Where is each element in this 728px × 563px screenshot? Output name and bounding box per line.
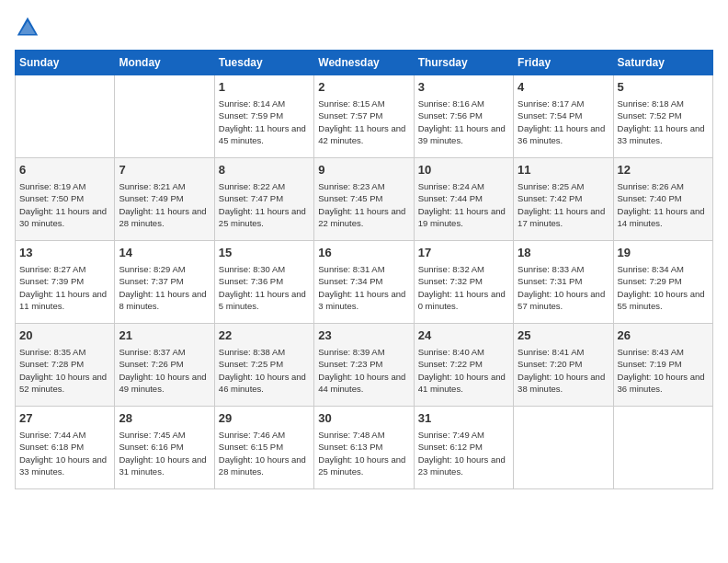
calendar-cell: 31Sunrise: 7:49 AM Sunset: 6:12 PM Dayli… (414, 407, 513, 489)
calendar-week-row: 20Sunrise: 8:35 AM Sunset: 7:28 PM Dayli… (16, 324, 713, 407)
day-number: 1 (219, 79, 310, 96)
cell-content: Sunrise: 8:15 AM Sunset: 7:57 PM Dayligh… (318, 98, 409, 146)
cell-content: Sunrise: 8:30 AM Sunset: 7:36 PM Dayligh… (219, 263, 310, 312)
day-number: 7 (119, 162, 210, 178)
calendar-cell: 10Sunrise: 8:24 AM Sunset: 7:44 PM Dayli… (414, 158, 513, 241)
calendar-cell: 5Sunrise: 8:18 AM Sunset: 7:52 PM Daylig… (613, 75, 712, 158)
calendar-cell: 11Sunrise: 8:25 AM Sunset: 7:42 PM Dayli… (514, 158, 613, 241)
calendar-cell: 3Sunrise: 8:16 AM Sunset: 7:56 PM Daylig… (414, 75, 513, 158)
day-number: 23 (318, 327, 409, 344)
calendar-cell: 19Sunrise: 8:34 AM Sunset: 7:29 PM Dayli… (613, 241, 712, 324)
cell-content: Sunrise: 8:18 AM Sunset: 7:52 PM Dayligh… (618, 98, 709, 146)
cell-content: Sunrise: 8:33 AM Sunset: 7:31 PM Dayligh… (518, 263, 609, 312)
cell-content: Sunrise: 8:23 AM Sunset: 7:45 PM Dayligh… (318, 180, 409, 229)
cell-content: Sunrise: 8:32 AM Sunset: 7:32 PM Dayligh… (418, 263, 509, 312)
column-header-friday: Friday (514, 51, 613, 75)
calendar-cell: 17Sunrise: 8:32 AM Sunset: 7:32 PM Dayli… (414, 241, 513, 324)
day-number: 12 (618, 162, 709, 178)
logo-icon (15, 15, 40, 40)
cell-content: Sunrise: 8:37 AM Sunset: 7:26 PM Dayligh… (119, 346, 210, 395)
calendar-week-row: 13Sunrise: 8:27 AM Sunset: 7:39 PM Dayli… (16, 241, 713, 324)
calendar-cell (613, 407, 712, 489)
column-header-monday: Monday (115, 51, 214, 75)
day-number: 13 (19, 245, 110, 261)
calendar-header-row: SundayMondayTuesdayWednesdayThursdayFrid… (16, 51, 713, 75)
day-number: 6 (19, 162, 110, 178)
cell-content: Sunrise: 8:43 AM Sunset: 7:19 PM Dayligh… (618, 346, 709, 395)
day-number: 10 (418, 162, 509, 178)
calendar-cell: 18Sunrise: 8:33 AM Sunset: 7:31 PM Dayli… (514, 241, 613, 324)
logo (15, 15, 44, 40)
calendar-cell: 20Sunrise: 8:35 AM Sunset: 7:28 PM Dayli… (16, 324, 115, 407)
day-number: 19 (618, 245, 709, 261)
day-number: 18 (518, 245, 609, 261)
day-number: 20 (19, 327, 110, 344)
day-number: 14 (119, 245, 210, 261)
cell-content: Sunrise: 7:45 AM Sunset: 6:16 PM Dayligh… (119, 429, 210, 477)
calendar-cell: 26Sunrise: 8:43 AM Sunset: 7:19 PM Dayli… (613, 324, 712, 407)
calendar-cell: 2Sunrise: 8:15 AM Sunset: 7:57 PM Daylig… (314, 75, 414, 158)
cell-content: Sunrise: 8:21 AM Sunset: 7:49 PM Dayligh… (119, 180, 210, 229)
cell-content: Sunrise: 8:22 AM Sunset: 7:47 PM Dayligh… (219, 180, 310, 229)
column-header-tuesday: Tuesday (214, 51, 313, 75)
cell-content: Sunrise: 8:29 AM Sunset: 7:37 PM Dayligh… (119, 263, 210, 312)
cell-content: Sunrise: 8:16 AM Sunset: 7:56 PM Dayligh… (418, 98, 509, 146)
calendar-cell: 15Sunrise: 8:30 AM Sunset: 7:36 PM Dayli… (214, 241, 313, 324)
cell-content: Sunrise: 8:17 AM Sunset: 7:54 PM Dayligh… (518, 98, 609, 146)
day-number: 16 (318, 245, 409, 261)
cell-content: Sunrise: 7:44 AM Sunset: 6:18 PM Dayligh… (19, 429, 110, 477)
cell-content: Sunrise: 8:39 AM Sunset: 7:23 PM Dayligh… (318, 346, 409, 395)
calendar-cell: 8Sunrise: 8:22 AM Sunset: 7:47 PM Daylig… (214, 158, 313, 241)
calendar-cell: 29Sunrise: 7:46 AM Sunset: 6:15 PM Dayli… (214, 407, 313, 489)
cell-content: Sunrise: 8:38 AM Sunset: 7:25 PM Dayligh… (219, 346, 310, 395)
day-number: 22 (219, 327, 310, 344)
calendar-cell: 23Sunrise: 8:39 AM Sunset: 7:23 PM Dayli… (314, 324, 414, 407)
cell-content: Sunrise: 8:24 AM Sunset: 7:44 PM Dayligh… (418, 180, 509, 229)
calendar-cell: 28Sunrise: 7:45 AM Sunset: 6:16 PM Dayli… (115, 407, 214, 489)
calendar-cell: 24Sunrise: 8:40 AM Sunset: 7:22 PM Dayli… (414, 324, 513, 407)
cell-content: Sunrise: 7:46 AM Sunset: 6:15 PM Dayligh… (219, 429, 310, 477)
calendar-cell: 22Sunrise: 8:38 AM Sunset: 7:25 PM Dayli… (214, 324, 313, 407)
cell-content: Sunrise: 7:48 AM Sunset: 6:13 PM Dayligh… (318, 429, 409, 477)
column-header-saturday: Saturday (613, 51, 712, 75)
page-header (15, 15, 713, 40)
column-header-wednesday: Wednesday (314, 51, 414, 75)
calendar-week-row: 1Sunrise: 8:14 AM Sunset: 7:59 PM Daylig… (16, 75, 713, 158)
day-number: 29 (219, 410, 310, 427)
day-number: 31 (418, 410, 509, 427)
day-number: 24 (418, 327, 509, 344)
day-number: 5 (618, 79, 709, 96)
cell-content: Sunrise: 8:26 AM Sunset: 7:40 PM Dayligh… (618, 180, 709, 229)
day-number: 27 (19, 410, 110, 427)
day-number: 11 (518, 162, 609, 178)
calendar-cell: 16Sunrise: 8:31 AM Sunset: 7:34 PM Dayli… (314, 241, 414, 324)
day-number: 9 (318, 162, 409, 178)
calendar-week-row: 27Sunrise: 7:44 AM Sunset: 6:18 PM Dayli… (16, 407, 713, 489)
day-number: 26 (618, 327, 709, 344)
cell-content: Sunrise: 8:40 AM Sunset: 7:22 PM Dayligh… (418, 346, 509, 395)
day-number: 30 (318, 410, 409, 427)
day-number: 4 (518, 79, 609, 96)
column-header-thursday: Thursday (414, 51, 513, 75)
calendar-cell: 27Sunrise: 7:44 AM Sunset: 6:18 PM Dayli… (16, 407, 115, 489)
calendar-cell: 25Sunrise: 8:41 AM Sunset: 7:20 PM Dayli… (514, 324, 613, 407)
column-header-sunday: Sunday (16, 51, 115, 75)
calendar-cell (115, 75, 214, 158)
day-number: 8 (219, 162, 310, 178)
calendar-week-row: 6Sunrise: 8:19 AM Sunset: 7:50 PM Daylig… (16, 158, 713, 241)
calendar-cell: 7Sunrise: 8:21 AM Sunset: 7:49 PM Daylig… (115, 158, 214, 241)
calendar-cell: 1Sunrise: 8:14 AM Sunset: 7:59 PM Daylig… (214, 75, 313, 158)
day-number: 21 (119, 327, 210, 344)
cell-content: Sunrise: 8:31 AM Sunset: 7:34 PM Dayligh… (318, 263, 409, 312)
calendar-cell: 30Sunrise: 7:48 AM Sunset: 6:13 PM Dayli… (314, 407, 414, 489)
calendar-cell: 13Sunrise: 8:27 AM Sunset: 7:39 PM Dayli… (16, 241, 115, 324)
cell-content: Sunrise: 8:34 AM Sunset: 7:29 PM Dayligh… (618, 263, 709, 312)
calendar-table: SundayMondayTuesdayWednesdayThursdayFrid… (15, 50, 713, 489)
cell-content: Sunrise: 7:49 AM Sunset: 6:12 PM Dayligh… (418, 429, 509, 477)
day-number: 3 (418, 79, 509, 96)
cell-content: Sunrise: 8:14 AM Sunset: 7:59 PM Dayligh… (219, 98, 310, 146)
day-number: 25 (518, 327, 609, 344)
calendar-cell: 12Sunrise: 8:26 AM Sunset: 7:40 PM Dayli… (613, 158, 712, 241)
day-number: 2 (318, 79, 409, 96)
calendar-cell: 14Sunrise: 8:29 AM Sunset: 7:37 PM Dayli… (115, 241, 214, 324)
